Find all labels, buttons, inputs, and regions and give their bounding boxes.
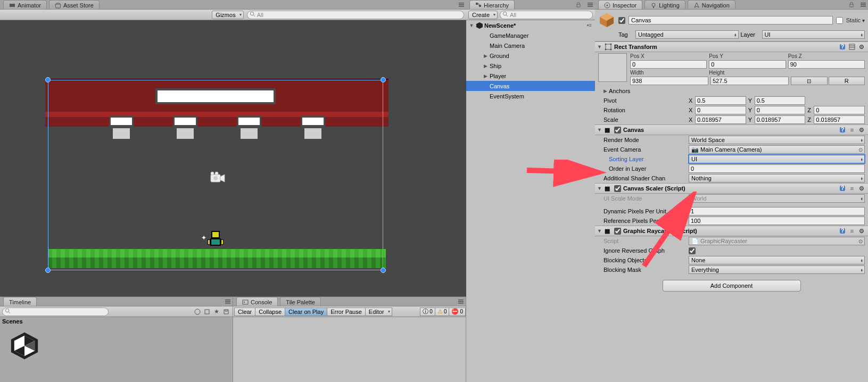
tab-navigation[interactable]: Navigation <box>688 0 735 9</box>
help-icon[interactable]: ? <box>838 43 847 51</box>
help-icon[interactable]: ? <box>838 184 847 193</box>
render-mode-dropdown[interactable]: World Space <box>689 136 865 144</box>
panel-menu-icon[interactable] <box>457 0 466 9</box>
expand-arrow-icon[interactable]: ▶ <box>482 53 489 59</box>
gear-icon[interactable]: ⚙ <box>857 184 866 193</box>
scene-options-icon[interactable]: •≡ <box>587 22 592 28</box>
pivot-x-field[interactable]: 0.5 <box>695 96 746 105</box>
expand-arrow-icon[interactable]: ▶ <box>482 73 489 79</box>
anchor-preset-button[interactable] <box>598 53 627 82</box>
tab-animator[interactable]: Animator <box>3 0 47 9</box>
tag-dropdown[interactable]: Untagged <box>635 30 739 39</box>
component-canvas-scaler-header[interactable]: ▼ ▦ Canvas Scaler (Script) ?≡⚙ <box>595 183 868 194</box>
filter-icon[interactable] <box>193 308 202 316</box>
hierarchy-tree[interactable]: ▼ NewScene* •≡ GameManagerMain Camera▶Gr… <box>466 20 595 382</box>
favorite-icon[interactable]: ★ <box>212 308 221 316</box>
help-icon[interactable]: ? <box>838 126 847 134</box>
additional-shader-dropdown[interactable]: Nothing <box>689 174 865 182</box>
console-clear-on-play-button[interactable]: Clear on Play <box>285 308 327 316</box>
posz-field[interactable]: 90 <box>788 60 865 69</box>
gizmos-dropdown[interactable]: Gizmos <box>212 11 243 19</box>
component-graphic-raycaster-header[interactable]: ▼ ▦ Graphic Raycaster (Script) ?≡⚙ <box>595 226 868 236</box>
expand-arrow-icon[interactable]: ▼ <box>597 44 602 49</box>
gameobject-name-input[interactable] <box>629 16 833 24</box>
hierarchy-scene-row[interactable]: ▼ NewScene* •≡ <box>466 20 595 30</box>
save-search-icon[interactable] <box>222 308 230 316</box>
reference-pixels-field[interactable]: 100 <box>689 217 865 225</box>
tab-inspector[interactable]: Inspector <box>598 0 642 9</box>
console-error-count[interactable]: ⛔0 <box>449 308 466 316</box>
console-editor-dropdown[interactable]: Editor▾ <box>365 308 392 316</box>
hierarchy-item-gamemanager[interactable]: GameManager <box>466 30 595 40</box>
pivot-y-field[interactable]: 0.5 <box>755 96 806 105</box>
project-search-input[interactable] <box>2 308 109 316</box>
component-canvas-header[interactable]: ▼ ▦ Canvas ?≡⚙ <box>595 124 868 135</box>
preset-icon[interactable]: ≡ <box>848 227 856 235</box>
scale-z-field[interactable]: 0.018957 <box>814 115 865 124</box>
rot-x-field[interactable]: 0 <box>695 106 746 114</box>
hierarchy-item-canvas[interactable]: Canvas <box>466 81 595 91</box>
hierarchy-item-ship[interactable]: ▶Ship <box>466 61 595 71</box>
lock-icon[interactable] <box>574 0 583 9</box>
tab-console[interactable]: Console <box>236 297 278 306</box>
raw-edit-button[interactable]: R <box>829 77 865 85</box>
canvas-selection-rect[interactable] <box>48 80 383 270</box>
height-field[interactable]: 527.5 <box>710 77 789 85</box>
gameobject-active-checkbox[interactable] <box>618 17 625 24</box>
static-checkbox[interactable] <box>836 17 843 24</box>
preset-icon[interactable] <box>848 43 856 51</box>
console-info-count[interactable]: ⓘ0 <box>420 308 435 316</box>
panel-menu-icon[interactable] <box>223 297 233 306</box>
posx-field[interactable]: 0 <box>630 60 707 69</box>
lock-icon[interactable] <box>847 0 856 9</box>
panel-menu-icon[interactable] <box>585 0 595 9</box>
tab-asset-store[interactable]: Asset Store <box>49 0 100 9</box>
console-warn-count[interactable]: ⚠0 <box>435 308 450 316</box>
posy-field[interactable]: 0 <box>709 60 786 69</box>
raycaster-enabled-checkbox[interactable] <box>614 228 621 235</box>
expand-arrow-icon[interactable]: ▼ <box>468 23 475 28</box>
scene-search-input[interactable]: All <box>247 11 464 19</box>
tab-hierarchy[interactable]: Hierarchy <box>469 0 515 9</box>
scale-y-field[interactable]: 0.018957 <box>755 115 806 124</box>
event-camera-field[interactable]: 📷Main Camera (Camera) <box>689 145 865 154</box>
handle-bl[interactable] <box>45 268 51 273</box>
gear-icon[interactable]: ⚙ <box>857 43 866 51</box>
console-collapse-button[interactable]: Collapse <box>255 308 285 316</box>
sorting-layer-dropdown[interactable]: UI <box>689 155 865 163</box>
component-rect-transform-header[interactable]: ▼ Rect Transform ? ⚙ <box>595 41 868 52</box>
console-error-pause-button[interactable]: Error Pause <box>327 308 366 316</box>
blueprint-mode-button[interactable]: ⊡ <box>791 77 828 85</box>
hierarchy-search-input[interactable]: All <box>500 11 593 19</box>
scale-x-field[interactable]: 0.018957 <box>695 115 746 124</box>
hierarchy-item-player[interactable]: ▶Player <box>466 71 595 81</box>
handle-br[interactable] <box>381 268 386 273</box>
hierarchy-item-ground[interactable]: ▶Ground <box>466 51 595 61</box>
dynamic-pixels-field[interactable]: 1 <box>689 207 865 215</box>
hierarchy-create-dropdown[interactable]: Create <box>468 11 498 19</box>
sorting-layer-label[interactable]: Sorting Layer <box>604 156 689 162</box>
blocking-mask-dropdown[interactable]: Everything <box>689 265 865 274</box>
rot-y-field[interactable]: 0 <box>755 106 806 114</box>
handle-tr[interactable] <box>381 77 386 82</box>
gear-icon[interactable]: ⚙ <box>857 126 866 134</box>
help-icon[interactable]: ? <box>838 227 847 235</box>
blocking-objects-dropdown[interactable]: None <box>689 256 865 264</box>
preset-icon[interactable]: ≡ <box>848 126 856 134</box>
gameobject-cube-icon[interactable] <box>598 12 615 29</box>
console-clear-button[interactable]: Clear <box>234 308 255 316</box>
layer-dropdown[interactable]: UI <box>762 30 865 39</box>
rot-z-field[interactable]: 0 <box>814 106 865 114</box>
handle-tl[interactable] <box>45 77 51 82</box>
canvas-enabled-checkbox[interactable] <box>614 127 621 134</box>
gear-icon[interactable]: ⚙ <box>857 227 866 235</box>
width-field[interactable]: 938 <box>630 77 708 85</box>
filter-type-icon[interactable] <box>203 308 211 316</box>
hierarchy-item-eventsystem[interactable]: EventSystem <box>466 91 595 101</box>
console-body[interactable] <box>233 317 466 382</box>
preset-icon[interactable]: ≡ <box>848 184 856 193</box>
panel-menu-icon[interactable] <box>858 0 868 9</box>
static-dropdown[interactable]: Static ▾ <box>846 17 865 23</box>
scaler-enabled-checkbox[interactable] <box>614 185 621 192</box>
expand-arrow-icon[interactable]: ▶ <box>482 63 489 69</box>
